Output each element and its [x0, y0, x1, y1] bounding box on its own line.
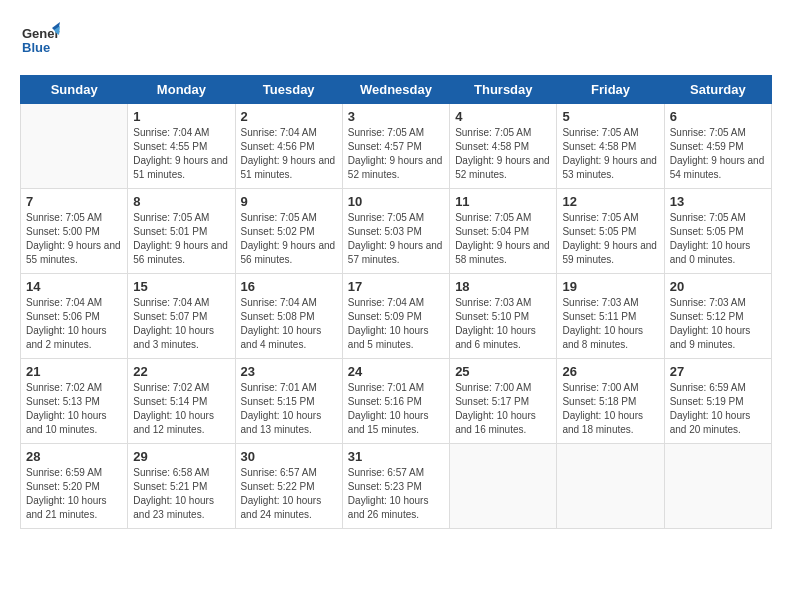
calendar-cell: 16Sunrise: 7:04 AMSunset: 5:08 PMDayligh… [235, 274, 342, 359]
calendar-cell [664, 444, 771, 529]
day-info: Sunrise: 7:04 AMSunset: 5:08 PMDaylight:… [241, 296, 337, 352]
day-number: 7 [26, 194, 122, 209]
day-info: Sunrise: 7:05 AMSunset: 5:05 PMDaylight:… [562, 211, 658, 267]
day-info: Sunrise: 7:03 AMSunset: 5:11 PMDaylight:… [562, 296, 658, 352]
calendar-cell: 23Sunrise: 7:01 AMSunset: 5:15 PMDayligh… [235, 359, 342, 444]
week-row-1: 1Sunrise: 7:04 AMSunset: 4:55 PMDaylight… [21, 104, 772, 189]
day-info: Sunrise: 7:01 AMSunset: 5:15 PMDaylight:… [241, 381, 337, 437]
day-number: 19 [562, 279, 658, 294]
day-number: 12 [562, 194, 658, 209]
day-info: Sunrise: 7:05 AMSunset: 5:00 PMDaylight:… [26, 211, 122, 267]
day-number: 26 [562, 364, 658, 379]
day-number: 25 [455, 364, 551, 379]
day-info: Sunrise: 7:05 AMSunset: 5:05 PMDaylight:… [670, 211, 766, 267]
weekday-header-wednesday: Wednesday [342, 76, 449, 104]
day-number: 15 [133, 279, 229, 294]
day-info: Sunrise: 7:04 AMSunset: 4:55 PMDaylight:… [133, 126, 229, 182]
day-number: 31 [348, 449, 444, 464]
calendar-cell: 17Sunrise: 7:04 AMSunset: 5:09 PMDayligh… [342, 274, 449, 359]
calendar-cell: 19Sunrise: 7:03 AMSunset: 5:11 PMDayligh… [557, 274, 664, 359]
day-info: Sunrise: 7:00 AMSunset: 5:18 PMDaylight:… [562, 381, 658, 437]
weekday-header-sunday: Sunday [21, 76, 128, 104]
svg-text:Blue: Blue [22, 40, 50, 55]
day-number: 16 [241, 279, 337, 294]
day-info: Sunrise: 7:05 AMSunset: 5:04 PMDaylight:… [455, 211, 551, 267]
day-info: Sunrise: 7:02 AMSunset: 5:13 PMDaylight:… [26, 381, 122, 437]
day-info: Sunrise: 7:04 AMSunset: 5:07 PMDaylight:… [133, 296, 229, 352]
day-info: Sunrise: 7:01 AMSunset: 5:16 PMDaylight:… [348, 381, 444, 437]
calendar-cell: 10Sunrise: 7:05 AMSunset: 5:03 PMDayligh… [342, 189, 449, 274]
calendar-cell: 12Sunrise: 7:05 AMSunset: 5:05 PMDayligh… [557, 189, 664, 274]
day-number: 10 [348, 194, 444, 209]
day-number: 20 [670, 279, 766, 294]
calendar-cell: 3Sunrise: 7:05 AMSunset: 4:57 PMDaylight… [342, 104, 449, 189]
day-info: Sunrise: 7:05 AMSunset: 5:01 PMDaylight:… [133, 211, 229, 267]
day-info: Sunrise: 6:59 AMSunset: 5:20 PMDaylight:… [26, 466, 122, 522]
day-info: Sunrise: 7:04 AMSunset: 5:09 PMDaylight:… [348, 296, 444, 352]
calendar-cell [21, 104, 128, 189]
logo: General Blue [20, 20, 60, 60]
calendar-cell: 31Sunrise: 6:57 AMSunset: 5:23 PMDayligh… [342, 444, 449, 529]
calendar-cell [450, 444, 557, 529]
calendar-cell: 26Sunrise: 7:00 AMSunset: 5:18 PMDayligh… [557, 359, 664, 444]
calendar-cell: 2Sunrise: 7:04 AMSunset: 4:56 PMDaylight… [235, 104, 342, 189]
calendar-cell: 28Sunrise: 6:59 AMSunset: 5:20 PMDayligh… [21, 444, 128, 529]
day-info: Sunrise: 7:00 AMSunset: 5:17 PMDaylight:… [455, 381, 551, 437]
week-row-2: 7Sunrise: 7:05 AMSunset: 5:00 PMDaylight… [21, 189, 772, 274]
calendar-cell: 27Sunrise: 6:59 AMSunset: 5:19 PMDayligh… [664, 359, 771, 444]
day-number: 21 [26, 364, 122, 379]
weekday-header-thursday: Thursday [450, 76, 557, 104]
day-info: Sunrise: 6:58 AMSunset: 5:21 PMDaylight:… [133, 466, 229, 522]
calendar-table: SundayMondayTuesdayWednesdayThursdayFrid… [20, 75, 772, 529]
day-number: 8 [133, 194, 229, 209]
day-number: 28 [26, 449, 122, 464]
calendar-cell: 6Sunrise: 7:05 AMSunset: 4:59 PMDaylight… [664, 104, 771, 189]
calendar-cell: 18Sunrise: 7:03 AMSunset: 5:10 PMDayligh… [450, 274, 557, 359]
day-number: 29 [133, 449, 229, 464]
day-number: 3 [348, 109, 444, 124]
day-number: 14 [26, 279, 122, 294]
calendar-cell: 9Sunrise: 7:05 AMSunset: 5:02 PMDaylight… [235, 189, 342, 274]
calendar-cell: 11Sunrise: 7:05 AMSunset: 5:04 PMDayligh… [450, 189, 557, 274]
day-info: Sunrise: 6:57 AMSunset: 5:23 PMDaylight:… [348, 466, 444, 522]
day-info: Sunrise: 7:05 AMSunset: 4:58 PMDaylight:… [562, 126, 658, 182]
day-number: 9 [241, 194, 337, 209]
day-info: Sunrise: 7:05 AMSunset: 5:03 PMDaylight:… [348, 211, 444, 267]
weekday-header-monday: Monday [128, 76, 235, 104]
day-info: Sunrise: 7:04 AMSunset: 5:06 PMDaylight:… [26, 296, 122, 352]
weekday-header-saturday: Saturday [664, 76, 771, 104]
day-info: Sunrise: 7:05 AMSunset: 4:57 PMDaylight:… [348, 126, 444, 182]
calendar-cell: 20Sunrise: 7:03 AMSunset: 5:12 PMDayligh… [664, 274, 771, 359]
day-info: Sunrise: 7:03 AMSunset: 5:10 PMDaylight:… [455, 296, 551, 352]
day-info: Sunrise: 7:03 AMSunset: 5:12 PMDaylight:… [670, 296, 766, 352]
calendar-cell: 24Sunrise: 7:01 AMSunset: 5:16 PMDayligh… [342, 359, 449, 444]
calendar-cell: 29Sunrise: 6:58 AMSunset: 5:21 PMDayligh… [128, 444, 235, 529]
day-number: 22 [133, 364, 229, 379]
day-number: 17 [348, 279, 444, 294]
day-number: 11 [455, 194, 551, 209]
day-number: 1 [133, 109, 229, 124]
calendar-cell: 1Sunrise: 7:04 AMSunset: 4:55 PMDaylight… [128, 104, 235, 189]
day-number: 30 [241, 449, 337, 464]
day-info: Sunrise: 7:05 AMSunset: 5:02 PMDaylight:… [241, 211, 337, 267]
calendar-cell: 22Sunrise: 7:02 AMSunset: 5:14 PMDayligh… [128, 359, 235, 444]
weekday-header-friday: Friday [557, 76, 664, 104]
week-row-4: 21Sunrise: 7:02 AMSunset: 5:13 PMDayligh… [21, 359, 772, 444]
day-info: Sunrise: 7:04 AMSunset: 4:56 PMDaylight:… [241, 126, 337, 182]
day-number: 27 [670, 364, 766, 379]
logo-icon: General Blue [20, 20, 60, 60]
weekday-header-row: SundayMondayTuesdayWednesdayThursdayFrid… [21, 76, 772, 104]
day-info: Sunrise: 7:05 AMSunset: 4:58 PMDaylight:… [455, 126, 551, 182]
day-number: 18 [455, 279, 551, 294]
calendar-cell: 13Sunrise: 7:05 AMSunset: 5:05 PMDayligh… [664, 189, 771, 274]
calendar-cell: 14Sunrise: 7:04 AMSunset: 5:06 PMDayligh… [21, 274, 128, 359]
calendar-cell: 30Sunrise: 6:57 AMSunset: 5:22 PMDayligh… [235, 444, 342, 529]
day-number: 2 [241, 109, 337, 124]
day-number: 24 [348, 364, 444, 379]
page-header: General Blue [20, 20, 772, 60]
weekday-header-tuesday: Tuesday [235, 76, 342, 104]
day-number: 23 [241, 364, 337, 379]
day-info: Sunrise: 7:05 AMSunset: 4:59 PMDaylight:… [670, 126, 766, 182]
day-number: 5 [562, 109, 658, 124]
day-number: 4 [455, 109, 551, 124]
